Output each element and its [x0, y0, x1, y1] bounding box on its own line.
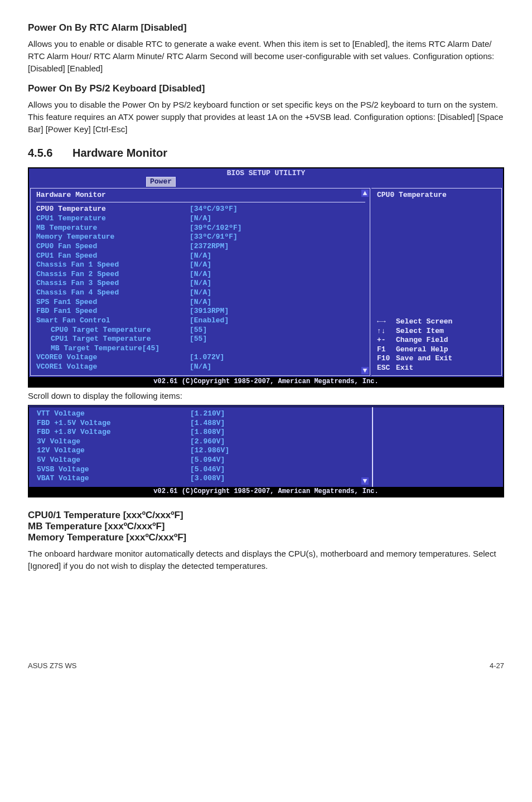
bios-panel-heading: Hardware Monitor — [36, 191, 365, 203]
bios-field-label: VCORE1 Voltage — [36, 363, 190, 372]
bios-row[interactable]: CPU0 Fan Speed[2372RPM] — [36, 242, 365, 252]
bios-row[interactable]: MB Temperature[39ºC/102ºF] — [36, 224, 365, 233]
bios-row[interactable]: SPS Fan1 Speed[N/A] — [36, 298, 365, 307]
bios-row[interactable]: VCORE1 Voltage[N/A] — [36, 363, 365, 372]
bios-field-label: VBAT Voltage — [37, 474, 190, 484]
temp-heading-mb: MB Temperature [xxxºC/xxxºF] — [28, 521, 504, 532]
temp-text: The onboard hardware monitor automatical… — [28, 548, 504, 572]
bios-field-label: CPU0 Temperature — [36, 205, 190, 214]
bios-row[interactable]: VTT Voltage[1.210V] — [37, 409, 367, 419]
bios-field-value: [5.094V] — [190, 456, 225, 465]
section-title: Hardware Monitor — [72, 147, 167, 159]
bios-row[interactable]: CPU1 Target Temperature[55] — [36, 335, 365, 344]
bios-help-key: F10 — [377, 354, 396, 364]
bios-tab-power[interactable]: Power — [146, 177, 176, 187]
bios-help-key: ↑↓ — [377, 327, 396, 336]
section-number: 4.5.6 — [28, 147, 72, 160]
bios-field-value: [2.960V] — [190, 437, 225, 447]
bios-field-label: CPU1 Target Temperature — [36, 335, 190, 344]
scroll-up-icon[interactable]: ▲ — [361, 190, 369, 197]
section-heading-rtc: Power On By RTC Alarm [Disabled] — [28, 22, 504, 33]
bios-field-value: [N/A] — [190, 260, 211, 270]
bios-field-label: MB Target Temperature[45] — [36, 344, 190, 354]
bios-field-value: [55] — [190, 335, 207, 344]
section-heading-ps2: Power On By PS/2 Keyboard [Disabled] — [28, 83, 504, 94]
bios-help-text: Save and Exit — [396, 354, 452, 363]
footer-left: ASUS Z7S WS — [28, 661, 76, 670]
bios-field-value: [N/A] — [190, 288, 211, 298]
bios-field-value: [33ºC/91ºF] — [190, 233, 238, 242]
scroll-down-icon[interactable]: ▼ — [361, 367, 369, 374]
bios-field-value: [39ºC/102ºF] — [190, 224, 242, 233]
bios-row[interactable]: FBD Fan1 Speed[3913RPM] — [36, 307, 365, 316]
bios-help-line: +-Change Field — [377, 336, 497, 345]
temp-heading-memory: Memory Temperature [xxxºC/xxxºF] — [28, 532, 504, 543]
bios-row[interactable]: VCORE0 Voltage[1.072V] — [36, 353, 365, 363]
bios-field-value: [5.046V] — [190, 465, 225, 475]
bios-row[interactable]: Chassis Fan 3 Speed[N/A] — [36, 279, 365, 288]
bios-footer: v02.61 (C)Copyright 1985-2007, American … — [29, 377, 503, 386]
bios-field-label: CPU0 Target Temperature — [36, 326, 190, 335]
bios-row[interactable]: 12V Voltage[12.986V] — [37, 446, 367, 456]
bios-right-heading: CPU0 Temperature — [377, 191, 497, 200]
bios-screenshot-main: BIOS SETUP UTILITY Power ▲ Hardware Moni… — [28, 167, 504, 388]
bios-help-key: ←→ — [377, 317, 396, 327]
bios-row[interactable]: Memory Temperature[33ºC/91ºF] — [36, 233, 365, 242]
bios-field-value: [2372RPM] — [190, 242, 229, 252]
bios-row[interactable]: CPU0 Target Temperature[55] — [36, 326, 365, 335]
bios-field-value: [Enabled] — [190, 316, 229, 326]
bios-help-text: Select Item — [396, 327, 444, 335]
bios-help-text: Change Field — [396, 336, 448, 344]
bios-field-value: [1.072V] — [190, 353, 224, 363]
bios-field-value: [N/A] — [190, 270, 211, 279]
bios-field-value: [34ºC/93ºF] — [190, 205, 238, 214]
bios-row[interactable]: Chassis Fan 4 Speed[N/A] — [36, 288, 365, 298]
bios-field-value: [55] — [190, 326, 207, 335]
temp-heading-cpu: CPU0/1 Temperature [xxxºC/xxxºF] — [28, 510, 504, 521]
bios-field-label: VTT Voltage — [37, 409, 190, 419]
bios-tab-row: Power — [29, 177, 503, 187]
bios-field-label: MB Temperature — [36, 224, 190, 233]
bios-help-text: General Help — [396, 345, 448, 354]
bios-field-label: Chassis Fan 1 Speed — [36, 260, 190, 270]
bios-field-label: Memory Temperature — [36, 233, 190, 242]
bios-help-block: ←→Select Screen↑↓Select Item+-Change Fie… — [377, 317, 497, 373]
bios-row[interactable]: Smart Fan Control[Enabled] — [36, 316, 365, 326]
bios-field-value: [3.008V] — [190, 474, 225, 484]
bios-row[interactable]: FBD +1.5V Voltage[1.488V] — [37, 419, 367, 428]
bios-field-label: CPU1 Fan Speed — [36, 252, 190, 261]
bios-field-value: [1.808V] — [190, 428, 225, 437]
bios-field-label: Chassis Fan 3 Speed — [36, 279, 190, 288]
scroll-down-icon[interactable]: ▼ — [361, 477, 369, 485]
bios-row[interactable]: FBD +1.8V Voltage[1.808V] — [37, 428, 367, 437]
bios-field-label: SPS Fan1 Speed — [36, 298, 190, 307]
bios-row[interactable]: VBAT Voltage[3.008V] — [37, 474, 367, 484]
bios-field-label: CPU0 Fan Speed — [36, 242, 190, 252]
bios-field-value: [N/A] — [190, 298, 211, 307]
bios-right-panel-2 — [373, 407, 503, 487]
bios-help-line: ESCExit — [377, 364, 497, 373]
bios-field-label: Smart Fan Control — [36, 316, 190, 326]
bios-help-text: Select Screen — [396, 317, 452, 326]
bios-row[interactable]: 5VSB Voltage[5.046V] — [37, 465, 367, 475]
bios-help-key: +- — [377, 336, 396, 345]
bios-field-value: [12.986V] — [190, 446, 229, 456]
bios-row[interactable]: CPU1 Temperature[N/A] — [36, 214, 365, 224]
bios-row[interactable]: Chassis Fan 1 Speed[N/A] — [36, 260, 365, 270]
bios-row[interactable]: MB Target Temperature[45] — [36, 344, 365, 354]
bios-help-line: ↑↓Select Item — [377, 327, 497, 336]
bios-help-line: F1General Help — [377, 345, 497, 355]
bios-footer-2: v02.61 (C)Copyright 1985-2007, American … — [29, 487, 503, 496]
bios-field-value: [N/A] — [190, 252, 211, 261]
bios-row[interactable]: Chassis Fan 2 Speed[N/A] — [36, 270, 365, 279]
footer-right: 4-27 — [490, 661, 504, 670]
section-text-ps2: Allows you to disable the Power On by PS… — [28, 99, 504, 135]
bios-help-line: F10Save and Exit — [377, 354, 497, 364]
bios-row[interactable]: CPU1 Fan Speed[N/A] — [36, 252, 365, 261]
scroll-note: Scroll down to display the following ite… — [28, 391, 504, 400]
bios-row[interactable]: 5V Voltage[5.094V] — [37, 456, 367, 465]
bios-row[interactable]: 3V Voltage[2.960V] — [37, 437, 367, 447]
bios-row[interactable]: CPU0 Temperature[34ºC/93ºF] — [36, 205, 365, 214]
bios-field-label: CPU1 Temperature — [36, 214, 190, 224]
section-text-rtc: Allows you to enable or disable RTC to g… — [28, 38, 504, 74]
